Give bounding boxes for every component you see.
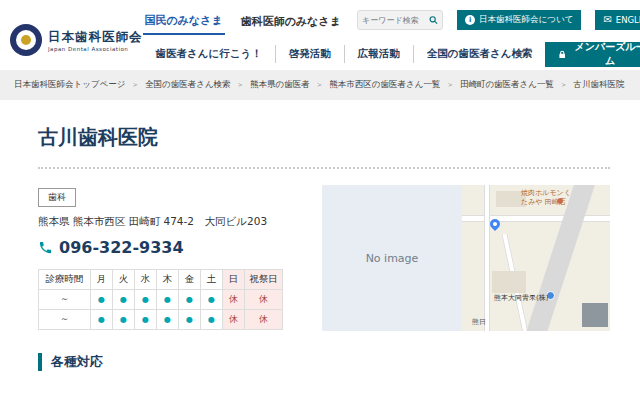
breadcrumb-separator: ＞ xyxy=(446,80,454,90)
closed-mark: 休 xyxy=(245,290,283,310)
phone-number: 096-322-9334 xyxy=(59,238,184,257)
breadcrumb-current: 古川歯科医院 xyxy=(574,79,625,91)
breadcrumb-home[interactable]: 日本歯科医師会トップページ xyxy=(14,79,126,91)
open-mark: ● xyxy=(135,310,157,330)
open-mark: ● xyxy=(201,290,223,310)
open-mark: ● xyxy=(91,310,113,330)
info-icon: i xyxy=(465,15,475,25)
open-mark: ● xyxy=(179,310,201,330)
open-mark: ● xyxy=(157,290,179,310)
time-cell: ～ xyxy=(39,310,91,330)
phone-link[interactable]: 096-322-9334 xyxy=(38,238,306,257)
logo-title: 日本歯科医師会 xyxy=(48,29,143,46)
col-header-fri: 金 xyxy=(179,270,201,290)
open-mark: ● xyxy=(113,290,135,310)
closed-mark: 休 xyxy=(223,310,245,330)
lock-icon xyxy=(558,50,566,59)
breadcrumb-separator: ＞ xyxy=(560,80,568,90)
logo-subtitle: Japan Dental Association xyxy=(48,46,143,52)
breadcrumb-separator: ＞ xyxy=(316,80,324,90)
dotted-divider xyxy=(38,167,610,169)
col-header-wed: 水 xyxy=(135,270,157,290)
section-title-various: 各種対応 xyxy=(38,353,610,371)
table-header-row: 診療時間 月 火 水 木 金 土 日 祝祭日 xyxy=(39,270,283,290)
map-building xyxy=(492,271,526,293)
no-image-placeholder: No image xyxy=(322,185,462,331)
nav-item-dentist-search[interactable]: 全国の歯医者さん検索 xyxy=(413,45,546,63)
clinic-address: 熊本県 熊本市西区 田崎町 474-2 大同ビル203 xyxy=(38,215,306,229)
jda-logo[interactable]: 日本歯科医師会 Japan Dental Association xyxy=(10,4,143,70)
page-title: 古川歯科医院 xyxy=(38,124,610,151)
col-header-thu: 木 xyxy=(157,270,179,290)
category-badge: 歯科 xyxy=(38,188,76,207)
open-mark: ● xyxy=(91,290,113,310)
members-room-button[interactable]: メンバーズルーム xyxy=(545,42,640,67)
jda-logo-icon xyxy=(10,24,42,56)
col-header-mon: 月 xyxy=(91,270,113,290)
open-mark: ● xyxy=(157,310,179,330)
search-box xyxy=(357,10,443,30)
breadcrumb-separator: ＞ xyxy=(132,80,140,90)
map-label-station: 熊日 xyxy=(472,317,486,327)
about-label: 日本歯科医師会について xyxy=(479,14,573,26)
english-link[interactable]: ✉ ENGLISH xyxy=(595,10,640,30)
search-icon[interactable] xyxy=(429,15,438,25)
map-label-restaurant: 焼肉ホルモンく たみや 田崎店 xyxy=(521,189,607,207)
open-mark: ● xyxy=(135,290,157,310)
search-input[interactable] xyxy=(362,16,429,25)
map-road xyxy=(484,185,490,331)
col-header-tue: 火 xyxy=(113,270,135,290)
open-mark: ● xyxy=(113,310,135,330)
tab-public[interactable]: 国民のみなさま xyxy=(143,6,225,35)
nav-item-awareness[interactable]: 啓発活動 xyxy=(275,45,344,63)
breadcrumb-search[interactable]: 全国の歯医者さん検索 xyxy=(145,79,231,91)
members-room-label: メンバーズルーム xyxy=(572,40,640,68)
map-embed[interactable]: 焼肉ホルモンく たみや 田崎店 熊本大同青果(株) 熊日 xyxy=(462,185,610,331)
col-header-time: 診療時間 xyxy=(39,270,91,290)
office-hours-table: 診療時間 月 火 水 木 金 土 日 祝祭日 ～ ● ● ● ● ● xyxy=(38,269,283,330)
breadcrumb-city[interactable]: 熊本市西区の歯医者さん一覧 xyxy=(329,79,440,91)
map-label-market: 熊本大同青果(株) xyxy=(494,293,548,303)
map-panel: No image 焼肉ホルモンく たみや 田崎店 熊本大同青果(株) 熊日 xyxy=(322,185,610,331)
main-content: 古川歯科医院 歯科 熊本県 熊本市西区 田崎町 474-2 大同ビル203 09… xyxy=(0,100,640,371)
mail-icon: ✉ xyxy=(603,15,611,25)
col-header-sun: 日 xyxy=(223,270,245,290)
breadcrumb: 日本歯科医師会トップページ ＞ 全国の歯医者さん検索 ＞ 熊本県の歯医者 ＞ 熊… xyxy=(0,70,640,100)
table-row: ～ ● ● ● ● ● ● 休 休 xyxy=(39,290,283,310)
nav-item-go-dentist[interactable]: 歯医者さんに行こう！ xyxy=(143,45,275,63)
nav-item-pr[interactable]: 広報活動 xyxy=(344,45,413,63)
map-building xyxy=(582,303,608,327)
col-header-sat: 土 xyxy=(201,270,223,290)
closed-mark: 休 xyxy=(223,290,245,310)
breadcrumb-town[interactable]: 田崎町の歯医者さん一覧 xyxy=(460,79,554,91)
table-row: ～ ● ● ● ● ● ● 休 休 xyxy=(39,310,283,330)
english-label: ENGLISH xyxy=(616,15,640,25)
col-header-holiday: 祝祭日 xyxy=(245,270,283,290)
time-cell: ～ xyxy=(39,290,91,310)
open-mark: ● xyxy=(201,310,223,330)
about-link[interactable]: i 日本歯科医師会について xyxy=(457,10,581,30)
breadcrumb-prefecture[interactable]: 熊本県の歯医者 xyxy=(250,79,310,91)
phone-icon xyxy=(38,240,53,255)
tab-dentist[interactable]: 歯科医師のみなさま xyxy=(239,7,343,34)
breadcrumb-separator: ＞ xyxy=(237,80,245,90)
open-mark: ● xyxy=(179,290,201,310)
site-header: 日本歯科医師会 Japan Dental Association 国民のみなさま… xyxy=(0,0,640,70)
closed-mark: 休 xyxy=(245,310,283,330)
